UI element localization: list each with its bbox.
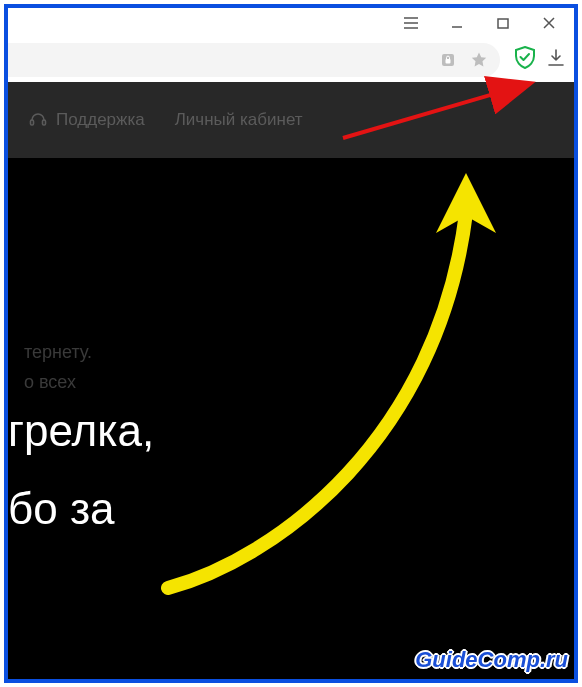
watermark: GuideComp.ru: [415, 647, 568, 673]
hamburger-icon: [404, 17, 418, 29]
headline-line-2: бо за: [8, 478, 115, 540]
minimize-button[interactable]: [434, 8, 480, 38]
address-bar[interactable]: [8, 43, 500, 77]
faded-text-line-2: о всех: [24, 368, 76, 396]
svg-rect-4: [43, 120, 46, 125]
headline-line-1: грелка,: [8, 400, 154, 462]
bookmark-star-icon[interactable]: [470, 51, 488, 69]
svg-rect-0: [498, 19, 508, 28]
svg-rect-2: [446, 59, 451, 64]
maximize-icon: [497, 17, 509, 29]
nav-account-label: Личный кабинет: [175, 110, 303, 130]
site-nav: Поддержка Личный кабинет: [8, 82, 574, 158]
window-titlebar: [8, 8, 574, 38]
close-button[interactable]: [526, 8, 572, 38]
faded-text-line-1: тернету.: [24, 338, 92, 366]
download-icon[interactable]: [548, 49, 564, 71]
browser-toolbar: [8, 38, 574, 82]
maximize-button[interactable]: [480, 8, 526, 38]
minimize-icon: [451, 17, 463, 29]
lock-icon: [440, 52, 456, 68]
nav-support[interactable]: Поддержка: [28, 110, 145, 130]
adguard-shield-icon[interactable]: [514, 46, 536, 74]
webpage-content: Поддержка Личный кабинет тернету. о всех…: [8, 82, 574, 679]
nav-support-label: Поддержка: [56, 110, 145, 130]
headset-icon: [28, 110, 48, 130]
nav-account[interactable]: Личный кабинет: [175, 110, 303, 130]
menu-button[interactable]: [388, 8, 434, 38]
close-icon: [543, 17, 555, 29]
svg-rect-3: [31, 120, 34, 125]
